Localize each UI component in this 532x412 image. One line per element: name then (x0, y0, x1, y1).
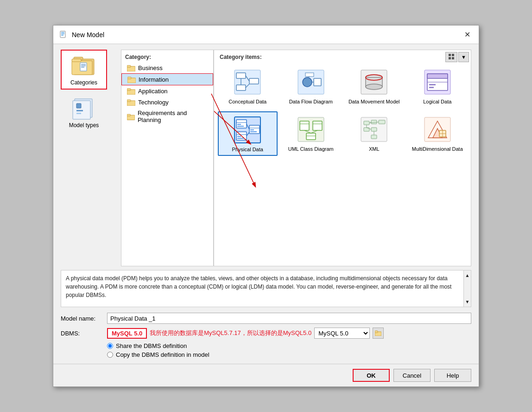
categories-label: Categories (70, 79, 97, 86)
svg-rect-62 (237, 136, 241, 137)
model-name-row: Model name: (61, 313, 471, 324)
dataflow-icon (296, 67, 326, 97)
tree-item-business[interactable]: Business (121, 62, 213, 73)
svg-rect-16 (76, 113, 81, 114)
dropdown-view-button[interactable]: ▼ (458, 52, 469, 62)
folder-technology-icon (127, 98, 135, 106)
svg-rect-40 (314, 78, 321, 86)
title-bar: New Model ✕ (53, 26, 479, 44)
grid-view-button[interactable] (445, 52, 457, 62)
grid-item-uml[interactable]: UML Class Diagram (281, 111, 341, 156)
multidimensional-icon (423, 115, 452, 144)
dialog-title: New Model (72, 31, 104, 39)
folder-requirements-icon (127, 113, 135, 120)
main-content-area: Categories Model types (61, 50, 471, 266)
categories-item[interactable]: Categories (61, 50, 107, 90)
svg-rect-53 (429, 84, 436, 85)
svg-rect-82 (379, 120, 385, 124)
dbms-annotation: 我所使用的数据库是MySQL5.7.17，所以选择的是MySQL5.0 (150, 329, 311, 337)
svg-rect-24 (127, 100, 131, 102)
dbms-browse-button[interactable] (373, 328, 384, 339)
datamovement-icon (359, 67, 389, 97)
scroll-down-arrow[interactable]: ▼ (464, 297, 471, 307)
svg-rect-51 (427, 74, 448, 78)
svg-rect-58 (237, 124, 241, 125)
footer: OK Cancel Help (53, 364, 479, 386)
svg-rect-42 (305, 73, 314, 77)
svg-rect-75 (306, 133, 316, 140)
dialog-body: Categories Model types (53, 44, 479, 364)
svg-rect-18 (127, 65, 131, 67)
svg-rect-7 (72, 59, 81, 62)
svg-rect-34 (249, 78, 259, 84)
grid-item-logical[interactable]: Logical Data (408, 64, 468, 108)
svg-rect-2 (61, 33, 64, 34)
svg-rect-26 (127, 114, 131, 116)
svg-rect-73 (313, 121, 322, 130)
catitems-header: Category items: (216, 52, 469, 62)
panels-wrapper: Category: Business (121, 50, 471, 266)
grid-item-multidimensional[interactable]: MultiDimensional Data (408, 111, 468, 156)
close-button[interactable]: ✕ (462, 29, 473, 40)
svg-rect-29 (449, 57, 451, 59)
radio-group: Share the DBMS definition Copy the DBMS … (107, 342, 471, 358)
radio-copy-dbms-label: Copy the DBMS definition in model (116, 351, 209, 358)
dbms-select[interactable]: MySQL 5.0 MySQL 5.7 Oracle 12c SQL Serve… (314, 328, 370, 339)
svg-rect-22 (127, 89, 131, 90)
svg-point-39 (303, 77, 312, 87)
svg-rect-20 (127, 77, 131, 79)
grid-item-physical[interactable]: Physical Data (218, 111, 278, 156)
xml-label: XML (369, 146, 380, 152)
grid-item-conceptual[interactable]: Conceptual Data (218, 64, 278, 108)
uml-icon (296, 115, 326, 144)
radio-share-dbms[interactable]: Share the DBMS definition (107, 342, 471, 349)
categories-icon (70, 53, 98, 77)
grid-item-dataflow[interactable]: Data Flow Diagram (281, 64, 341, 108)
svg-rect-67 (250, 131, 257, 132)
ok-button[interactable]: OK (353, 369, 390, 382)
folder-browse-icon (375, 330, 381, 336)
grid-item-datamovement[interactable]: Data Movement Model (344, 64, 404, 108)
scroll-up-arrow[interactable]: ▲ (464, 270, 471, 280)
svg-rect-63 (237, 138, 244, 139)
conceptual-label: Conceptual Data (228, 99, 266, 104)
model-name-label: Model name: (61, 315, 102, 322)
radio-copy-dbms[interactable]: Copy the DBMS definition in model (107, 351, 471, 358)
help-button[interactable]: Help (434, 369, 471, 382)
physical-icon (233, 115, 262, 145)
title-bar-left: New Model (59, 30, 104, 39)
category-items-panel: Category items: ▼ (214, 50, 471, 266)
tree-item-information[interactable]: Information (121, 73, 213, 85)
tree-item-requirements-label: Requirements and Planning (138, 109, 208, 123)
description-area: A physical data model (PDM) helps you to… (61, 270, 471, 307)
radio-share-dbms-input[interactable] (107, 343, 113, 349)
svg-rect-81 (371, 120, 377, 124)
tree-item-technology[interactable]: Technology (121, 97, 213, 108)
svg-rect-80 (364, 121, 369, 125)
svg-rect-3 (61, 35, 63, 36)
tree-item-requirements[interactable]: Requirements and Planning (121, 108, 213, 125)
folder-application-icon (127, 87, 135, 95)
svg-rect-15 (76, 110, 83, 111)
model-types-item[interactable]: Model types (61, 93, 107, 131)
cancel-button[interactable]: Cancel (393, 369, 431, 382)
description-scrollbar[interactable]: ▲ ▼ (463, 270, 471, 307)
radio-copy-dbms-input[interactable] (107, 352, 113, 358)
svg-rect-59 (237, 126, 244, 127)
svg-rect-66 (250, 129, 254, 130)
svg-rect-32 (236, 73, 246, 78)
category-header: Category: (121, 52, 213, 62)
dbms-label: DBMS: (61, 330, 102, 337)
tree-item-application[interactable]: Application (121, 85, 213, 97)
tree-item-information-label: Information (139, 76, 169, 83)
grid-item-xml[interactable]: XML (344, 111, 404, 156)
dataflow-label: Data Flow Diagram (289, 99, 333, 104)
model-name-input[interactable] (107, 313, 471, 324)
items-grid: Conceptual Data (216, 62, 469, 158)
form-section: Model name: DBMS: MySQL 5.0 我所使用的数据库是MyS… (61, 313, 471, 358)
svg-point-47 (366, 84, 382, 90)
svg-rect-11 (81, 67, 84, 68)
svg-rect-85 (371, 135, 377, 139)
svg-rect-27 (449, 54, 451, 56)
svg-rect-10 (81, 65, 86, 66)
